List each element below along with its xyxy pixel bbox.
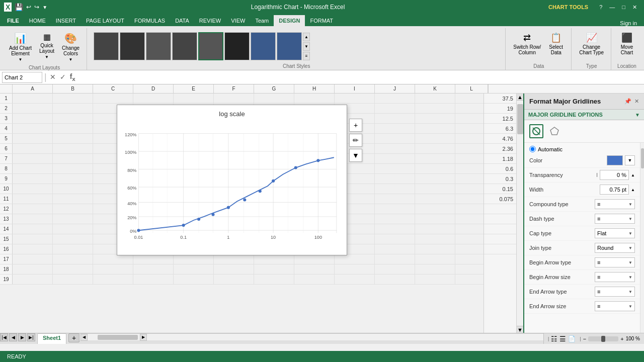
tab-expand-arrow[interactable]: ▼ xyxy=(635,112,640,118)
hscroll-right-btn[interactable]: ▶ xyxy=(140,334,147,341)
row-header-6[interactable]: 6 xyxy=(0,144,13,153)
minimize-btn[interactable]: — xyxy=(606,3,618,12)
color-dropdown-btn[interactable]: ▼ xyxy=(625,155,635,165)
cell-r1c8[interactable] xyxy=(294,94,335,103)
row-header-5[interactable]: 5 xyxy=(0,134,13,143)
begin-arrow-type-dropdown[interactable]: ≡ ▼ xyxy=(595,257,635,267)
cell-r1c5[interactable] xyxy=(174,94,214,103)
cell-r19c5[interactable] xyxy=(174,275,214,284)
cell-r12c2[interactable] xyxy=(53,204,93,214)
formula-input[interactable] xyxy=(78,73,642,81)
change-colors-button[interactable]: 🎨 ChangeColors ▼ xyxy=(59,30,83,64)
quick-access-more[interactable]: ▼ xyxy=(42,5,47,10)
cell-r6c2[interactable] xyxy=(53,144,93,153)
cell-r14c1[interactable] xyxy=(13,224,53,234)
row-header-2[interactable]: 2 xyxy=(0,104,13,113)
pane-scrollbar[interactable] xyxy=(640,143,644,333)
quick-layout-arrow[interactable]: ▼ xyxy=(45,55,49,59)
cell-r19c10[interactable] xyxy=(375,275,415,284)
h-scrollbar[interactable]: ◀ ▶ xyxy=(79,333,543,340)
gallery-more[interactable]: ≡ xyxy=(303,52,310,60)
cell-r8c11[interactable] xyxy=(415,164,455,173)
zoom-slider[interactable] xyxy=(588,336,618,341)
width-stepper-up[interactable]: ▲ xyxy=(631,188,635,192)
maximize-btn[interactable]: □ xyxy=(619,3,628,12)
row-header-15[interactable]: 15 xyxy=(0,234,13,244)
chart-style-4[interactable] xyxy=(172,32,197,60)
compound-type-dropdown[interactable]: ≡ ▼ xyxy=(595,199,635,209)
cell-r1c1[interactable] xyxy=(13,94,53,103)
cell-r10c1[interactable] xyxy=(13,184,53,194)
cell-r14c10[interactable] xyxy=(375,224,415,234)
cell-r18c10[interactable] xyxy=(375,264,415,274)
cell-r13c10[interactable] xyxy=(375,214,415,224)
close-btn[interactable]: ✕ xyxy=(629,3,640,12)
row-header-11[interactable]: 11 xyxy=(0,194,13,204)
page-break-view-btn[interactable]: 📄 xyxy=(568,335,576,342)
cell-r5c2[interactable] xyxy=(53,134,93,143)
cell-r1c6[interactable] xyxy=(214,94,254,103)
col-header-D[interactable]: D xyxy=(133,84,174,93)
cell-r19c9[interactable] xyxy=(335,275,375,284)
cell-r4c11[interactable] xyxy=(415,124,455,133)
tab-design[interactable]: DESIGN xyxy=(274,15,305,26)
quick-access-undo[interactable]: ↩ xyxy=(26,4,31,11)
cell-r6c1[interactable] xyxy=(13,144,53,153)
cell-r12c1[interactable] xyxy=(13,204,53,214)
cell-r4c10[interactable] xyxy=(375,124,415,133)
cell-r3c11[interactable] xyxy=(415,114,455,123)
formula-confirm-icon[interactable]: ✓ xyxy=(59,72,67,82)
move-chart-button[interactable]: ⬛ MoveChart xyxy=(616,30,638,57)
tab-formulas[interactable]: FORMULAS xyxy=(129,15,170,26)
col-header-L[interactable]: L xyxy=(455,84,488,93)
cell-r18c1[interactable] xyxy=(13,264,53,274)
switch-row-col-button[interactable]: ⇄ Switch Row/Column xyxy=(510,30,544,57)
cell-r1c7[interactable] xyxy=(254,94,294,103)
change-chart-type-button[interactable]: 📈 ChangeChart Type xyxy=(576,30,607,57)
cell-r18c4[interactable] xyxy=(133,264,174,274)
chart-style-7[interactable] xyxy=(251,32,276,60)
row-header-10[interactable]: 10 xyxy=(0,184,13,194)
chart-style-2[interactable] xyxy=(120,32,145,60)
cell-r3c1[interactable] xyxy=(13,114,53,123)
normal-view-btn[interactable]: ☷ xyxy=(551,335,557,343)
cell-r17c10[interactable] xyxy=(375,254,415,264)
zoom-out-btn[interactable]: − xyxy=(583,336,586,342)
sign-in-link[interactable]: Sign in xyxy=(620,20,637,26)
chart-style-3[interactable] xyxy=(146,32,171,60)
row-col-corner[interactable] xyxy=(0,84,13,93)
automatic-radio-option[interactable]: Automatic xyxy=(524,145,640,153)
cell-r2c2[interactable] xyxy=(53,104,93,113)
chart-style-8[interactable] xyxy=(277,32,302,60)
chart-add-elements-btn[interactable]: + xyxy=(349,119,362,132)
cell-r17c7[interactable] xyxy=(254,254,294,264)
cell-r19c1[interactable] xyxy=(13,275,53,284)
cell-r16c10[interactable] xyxy=(375,244,415,254)
cell-r13c1[interactable] xyxy=(13,214,53,224)
dash-type-dropdown[interactable]: ≡ ▼ xyxy=(595,214,635,224)
cell-r17c3[interactable] xyxy=(93,254,133,264)
col-header-B[interactable]: B xyxy=(53,84,93,93)
cell-r2c10[interactable] xyxy=(375,104,415,113)
row-header-17[interactable]: 17 xyxy=(0,254,13,264)
tab-pagelayout[interactable]: PAGE LAYOUT xyxy=(81,15,129,26)
cell-r3c2[interactable] xyxy=(53,114,93,123)
page-layout-view-btn[interactable]: ☰ xyxy=(559,335,566,343)
col-header-J[interactable]: J xyxy=(375,84,415,93)
vscroll-up-btn[interactable]: ▲ xyxy=(517,94,523,101)
cell-r19c7[interactable] xyxy=(254,275,294,284)
col-header-C[interactable]: C xyxy=(93,84,133,93)
cell-r19c4[interactable] xyxy=(133,275,174,284)
row-header-18[interactable]: 18 xyxy=(0,264,13,274)
col-header-F[interactable]: F xyxy=(214,84,254,93)
row-header-14[interactable]: 14 xyxy=(0,224,13,234)
row-header-1[interactable]: 1 xyxy=(0,94,13,103)
cell-r17c2[interactable] xyxy=(53,254,93,264)
cell-r4c1[interactable] xyxy=(13,124,53,133)
major-gridline-options-tab[interactable]: MAJOR GRIDLINE OPTIONS xyxy=(528,112,603,118)
cell-r18c8[interactable] xyxy=(294,264,335,274)
quick-access-redo[interactable]: ↪ xyxy=(34,4,39,11)
cell-r15c1[interactable] xyxy=(13,234,53,244)
chart-style-5[interactable] xyxy=(198,32,223,60)
chart-styles-btn[interactable]: ✏ xyxy=(349,134,362,147)
